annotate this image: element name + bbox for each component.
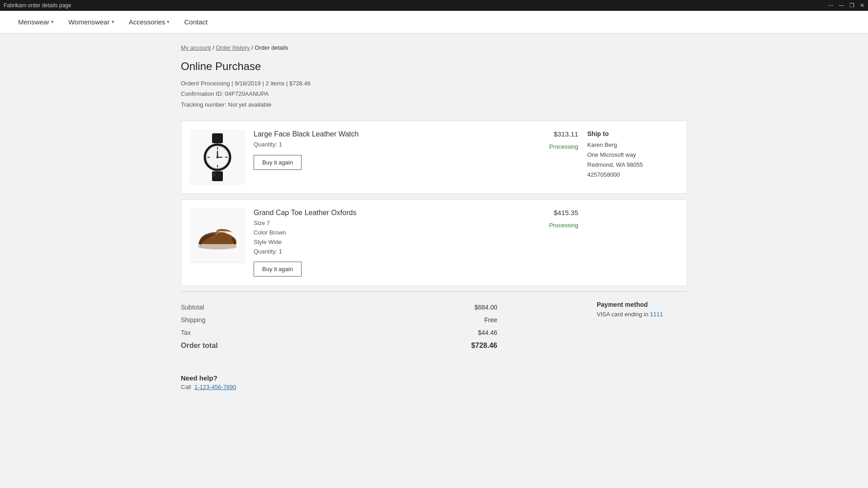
ship-to-label: Ship to xyxy=(587,130,678,137)
subtotal-value: $684.00 xyxy=(474,304,497,311)
order-item-shoe: Grand Cap Toe Leather Oxfords Size 7 Col… xyxy=(181,199,687,286)
item-status-shoe: Processing xyxy=(524,222,578,229)
navbar: Menswear ▾ Womenswear ▾ Accessories ▾ Co… xyxy=(0,11,868,33)
page-title: Online Purchase xyxy=(181,60,687,73)
tax-label: Tax xyxy=(181,329,191,336)
order-total-row: Order total $728.46 xyxy=(181,339,497,352)
page-content: My account / Order history / Order detai… xyxy=(163,33,705,401)
nav-menswear-label: Menswear xyxy=(18,18,49,26)
ship-to-name: Karen Berg xyxy=(587,140,678,150)
item-quantity-watch: Quantity: 1 xyxy=(254,140,515,150)
svg-point-13 xyxy=(198,244,237,249)
more-icon[interactable]: ⋯ xyxy=(828,2,833,9)
order-total-value: $728.46 xyxy=(471,342,497,350)
item-color-shoe: Color Brown xyxy=(254,228,515,238)
item-image-watch xyxy=(190,130,245,184)
breadcrumb-current: Order details xyxy=(255,44,288,51)
tracking-line: Tracking number: Not yet available xyxy=(181,99,687,110)
tax-value: $44.46 xyxy=(478,329,497,336)
nav-accessories-label: Accessories xyxy=(129,18,165,26)
item-price-watch: $313.11 xyxy=(524,130,578,138)
item-quantity-shoe: Quantity: 1 xyxy=(254,247,515,257)
chevron-down-icon: ▾ xyxy=(112,19,114,25)
titlebar-controls[interactable]: ⋯ — ❐ ✕ xyxy=(828,2,864,9)
buy-again-watch-button[interactable]: Buy it again xyxy=(254,155,302,170)
ship-to-address: One Microsoft way xyxy=(587,150,678,160)
breadcrumb-order-history[interactable]: Order history xyxy=(216,44,250,51)
restore-button[interactable]: ❐ xyxy=(849,2,854,9)
close-button[interactable]: ✕ xyxy=(860,2,864,9)
confirmation-line: Confirmation ID: 04F720AANUPA xyxy=(181,89,687,99)
shipping-label: Shipping xyxy=(181,316,206,324)
tax-row: Tax $44.46 xyxy=(181,326,497,339)
nav-accessories[interactable]: Accessories ▾ xyxy=(129,18,170,26)
payment-detail: VISA card ending in 1111 xyxy=(597,311,687,318)
item-size-shoe: Size 7 xyxy=(254,219,515,228)
subtotal-label: Subtotal xyxy=(181,304,204,311)
item-details-watch: Large Face Black Leather Watch Quantity:… xyxy=(254,130,515,170)
order-item-watch: Large Face Black Leather Watch Quantity:… xyxy=(181,121,687,194)
item-style-shoe: Style Wide xyxy=(254,238,515,247)
item-status-watch: Processing xyxy=(524,143,578,150)
svg-rect-11 xyxy=(213,174,215,174)
ship-to-detail: Karen Berg One Microsoft way Redmond, WA… xyxy=(587,140,678,180)
svg-rect-0 xyxy=(212,133,223,143)
breadcrumb-my-account[interactable]: My account xyxy=(181,44,211,51)
watch-illustration xyxy=(197,132,238,182)
payment-method: Payment method VISA card ending in 1111 xyxy=(597,301,687,352)
buy-again-shoe-button[interactable]: Buy it again xyxy=(254,262,302,277)
subtotal-row: Subtotal $684.00 xyxy=(181,301,497,314)
breadcrumb: My account / Order history / Order detai… xyxy=(181,44,687,51)
payment-label: Payment method xyxy=(597,301,687,308)
item-name-shoe: Grand Cap Toe Leather Oxfords xyxy=(254,209,515,217)
shipping-row: Shipping Free xyxy=(181,314,497,326)
titlebar-title: Fabrikam order details page xyxy=(4,2,71,9)
item-price-col-watch: $313.11 Processing xyxy=(524,130,578,150)
order-summary-line: Order# Processing | 9/18/2019 | 2 items … xyxy=(181,78,687,89)
nav-womenswear[interactable]: Womenswear ▾ xyxy=(68,18,114,26)
svg-rect-10 xyxy=(212,171,223,181)
item-name-watch: Large Face Black Leather Watch xyxy=(254,130,515,138)
titlebar: Fabrikam order details page ⋯ — ❐ ✕ xyxy=(0,0,868,11)
chevron-down-icon: ▾ xyxy=(51,19,54,25)
order-meta: Order# Processing | 9/18/2019 | 2 items … xyxy=(181,78,687,110)
help-phone[interactable]: 1-123-456-7890 xyxy=(194,384,236,390)
help-call: Call 1-123-456-7890 xyxy=(181,384,687,390)
minimize-button[interactable]: — xyxy=(839,2,844,9)
item-price-shoe: $415.35 xyxy=(524,209,578,216)
svg-point-9 xyxy=(217,156,219,159)
nav-menswear[interactable]: Menswear ▾ xyxy=(18,18,54,26)
order-total-label: Order total xyxy=(181,342,218,350)
help-section: Need help? Call 1-123-456-7890 xyxy=(181,367,687,390)
ship-to: Ship to Karen Berg One Microsoft way Red… xyxy=(587,130,678,180)
call-label: Call xyxy=(181,384,191,390)
ship-to-city: Redmond, WA 98055 xyxy=(587,160,678,170)
totals-left: Subtotal $684.00 Shipping Free Tax $44.4… xyxy=(181,301,579,352)
item-image-shoe xyxy=(190,209,245,263)
ship-to-phone: 4257058000 xyxy=(587,170,678,180)
totals-section: Subtotal $684.00 Shipping Free Tax $44.4… xyxy=(181,291,687,352)
nav-contact-label: Contact xyxy=(184,18,208,26)
item-details-shoe: Grand Cap Toe Leather Oxfords Size 7 Col… xyxy=(254,209,515,277)
nav-contact[interactable]: Contact xyxy=(184,18,208,26)
shoe-illustration xyxy=(195,220,240,252)
shipping-value: Free xyxy=(484,316,497,324)
svg-rect-12 xyxy=(213,175,215,176)
help-title: Need help? xyxy=(181,374,687,382)
chevron-down-icon: ▾ xyxy=(167,19,170,25)
nav-womenswear-label: Womenswear xyxy=(68,18,109,26)
item-price-col-shoe: $415.35 Processing xyxy=(524,209,578,229)
